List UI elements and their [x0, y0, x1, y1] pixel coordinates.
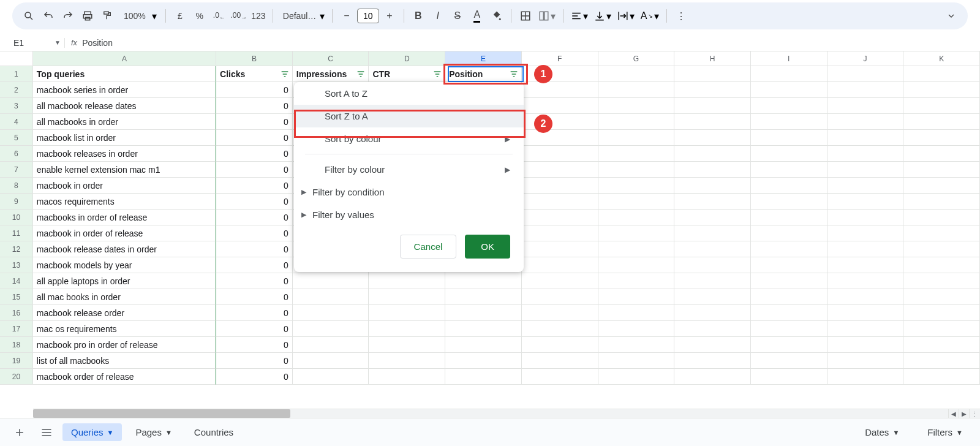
cell[interactable]: 0	[216, 337, 293, 353]
filter-by-values[interactable]: ▶Filter by values	[294, 203, 524, 226]
cell[interactable]	[598, 337, 675, 353]
cell[interactable]	[674, 82, 751, 98]
percent-button[interactable]: %	[190, 7, 209, 25]
rotate-dropdown[interactable]: A↘▾	[638, 10, 662, 22]
cell[interactable]: macbook series in order	[33, 82, 216, 98]
cell[interactable]	[369, 305, 445, 321]
cell[interactable]	[445, 273, 522, 289]
column-header-c[interactable]: C	[293, 51, 369, 66]
cell[interactable]	[751, 178, 827, 194]
cell[interactable]	[598, 98, 675, 114]
cell[interactable]	[674, 337, 751, 353]
cell[interactable]	[369, 353, 445, 369]
cell[interactable]	[751, 257, 827, 273]
cell[interactable]	[598, 130, 675, 146]
cell[interactable]	[598, 210, 675, 225]
cell[interactable]	[445, 337, 522, 353]
cell[interactable]: 0	[216, 225, 293, 241]
row-header[interactable]: 5	[0, 130, 33, 146]
cell[interactable]	[522, 225, 598, 241]
cell[interactable]	[827, 337, 904, 353]
row-header[interactable]: 8	[0, 178, 33, 194]
currency-button[interactable]: £	[171, 7, 189, 25]
row-header[interactable]: 16	[0, 305, 33, 321]
cell[interactable]	[674, 162, 751, 178]
font-size-input[interactable]	[357, 9, 379, 23]
cell[interactable]: 0	[216, 305, 293, 321]
cell[interactable]	[598, 289, 675, 305]
cell[interactable]	[827, 210, 904, 225]
cell[interactable]	[369, 273, 445, 289]
cell[interactable]	[598, 305, 675, 321]
text-color-icon[interactable]: A	[468, 7, 486, 25]
cell[interactable]	[827, 114, 904, 130]
cell[interactable]	[674, 98, 751, 114]
column-header-j[interactable]: J	[827, 51, 904, 66]
cell[interactable]	[598, 353, 675, 369]
cell[interactable]	[522, 321, 598, 337]
decrease-font-icon[interactable]: −	[337, 7, 356, 25]
cell[interactable]	[903, 210, 980, 225]
column-filter-header[interactable]: Clicks	[216, 66, 293, 82]
row-header[interactable]: 10	[0, 210, 33, 225]
cell[interactable]	[827, 369, 904, 385]
sort-a-to-z[interactable]: Sort A to Z	[294, 82, 524, 105]
cell[interactable]	[674, 321, 751, 337]
cell[interactable]: 0	[216, 194, 293, 210]
cell[interactable]	[751, 98, 827, 114]
number-format-button[interactable]: 123	[249, 7, 268, 25]
cell[interactable]	[598, 257, 675, 273]
cell[interactable]	[903, 98, 980, 114]
cell[interactable]: 0	[216, 98, 293, 114]
cell[interactable]	[293, 337, 369, 353]
cell[interactable]	[598, 369, 675, 385]
cell[interactable]	[522, 210, 598, 225]
cell[interactable]	[598, 178, 675, 194]
column-header-g[interactable]: G	[598, 51, 675, 66]
cell[interactable]	[903, 289, 980, 305]
cell[interactable]	[827, 321, 904, 337]
cell[interactable]	[598, 82, 675, 98]
cell[interactable]	[674, 257, 751, 273]
increase-font-icon[interactable]: +	[380, 7, 399, 25]
ok-button[interactable]: OK	[465, 235, 510, 259]
v-align-dropdown[interactable]: ▾	[592, 10, 614, 22]
cell[interactable]	[369, 369, 445, 385]
cell[interactable]	[674, 130, 751, 146]
cell[interactable]	[827, 162, 904, 178]
cell[interactable]	[903, 146, 980, 162]
cell[interactable]	[293, 369, 369, 385]
cell[interactable]	[827, 98, 904, 114]
cell[interactable]: all mac books in order	[33, 289, 216, 305]
cell[interactable]	[674, 146, 751, 162]
cell[interactable]	[598, 273, 675, 289]
cell[interactable]	[293, 321, 369, 337]
cell[interactable]	[751, 369, 827, 385]
cell[interactable]	[827, 130, 904, 146]
cell[interactable]: 0	[216, 114, 293, 130]
cell[interactable]: macbook order of release	[33, 369, 216, 385]
row-header[interactable]: 17	[0, 321, 33, 337]
cell[interactable]	[445, 321, 522, 337]
cell[interactable]	[674, 210, 751, 225]
cell[interactable]	[445, 369, 522, 385]
row-header[interactable]: 9	[0, 194, 33, 210]
cell[interactable]: macbooks in order of release	[33, 210, 216, 225]
cell[interactable]	[903, 321, 980, 337]
cell[interactable]	[674, 369, 751, 385]
cell[interactable]: macbook list in order	[33, 130, 216, 146]
cell[interactable]	[674, 194, 751, 210]
undo-icon[interactable]	[39, 7, 58, 25]
cell[interactable]	[827, 178, 904, 194]
cell[interactable]: all apple laptops in order	[33, 273, 216, 289]
cell[interactable]	[827, 194, 904, 210]
cell[interactable]: 0	[216, 369, 293, 385]
row-header[interactable]: 12	[0, 241, 33, 257]
borders-icon[interactable]	[516, 7, 535, 25]
cell[interactable]	[751, 225, 827, 241]
row-header[interactable]: 13	[0, 257, 33, 273]
print-icon[interactable]	[78, 7, 97, 25]
decrease-decimal-icon[interactable]: .0←	[210, 7, 228, 25]
strikethrough-icon[interactable]: S	[448, 7, 467, 25]
cell[interactable]	[522, 178, 598, 194]
